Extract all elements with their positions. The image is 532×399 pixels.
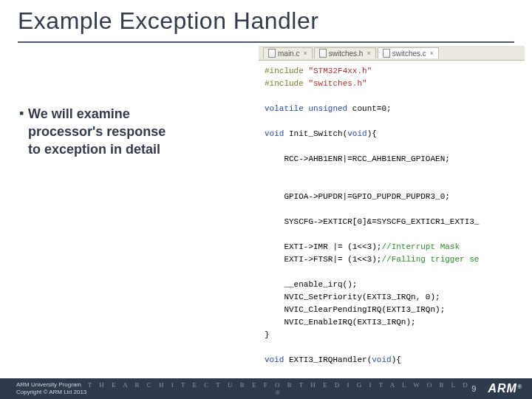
- code-token: ){: [392, 355, 401, 364]
- slide: Example Exception Handler ▪ We will exam…: [0, 0, 532, 399]
- code-token: #include: [265, 66, 308, 75]
- tab-main-c[interactable]: main.c ×: [263, 47, 313, 58]
- code-token: void: [265, 129, 289, 138]
- code-line: SYSCFG->EXTICR[0]&=SYSCFG_EXTICR1_EXTI3_: [265, 217, 479, 226]
- registered-icon: ®: [518, 384, 522, 389]
- footer-line2: Copyright © ARM Ltd 2013: [16, 389, 86, 396]
- footer: ARM University Program Copyright © ARM L…: [0, 378, 532, 399]
- file-icon: [383, 49, 390, 58]
- code-token: EXTI3_IRQHandler(: [289, 355, 372, 364]
- code-panel: main.c × switches.h × switches.c × #incl…: [259, 46, 525, 399]
- editor-tab-strip: main.c × switches.h × switches.c ×: [259, 46, 525, 61]
- code-token: "STM32F4xx.h": [308, 66, 372, 75]
- code-token: #include: [265, 79, 308, 88]
- code-token: void: [265, 355, 289, 364]
- code-line: NVIC_ClearPendingIRQ(EXTI3_IRQn);: [265, 305, 445, 314]
- file-icon: [319, 49, 327, 58]
- code-token: "switches.h": [308, 79, 366, 88]
- code-token: ){: [367, 129, 377, 138]
- slide-title: Example Exception Handler: [18, 7, 318, 35]
- bullet-item: ▪ We will examine processor's response t…: [19, 105, 241, 158]
- code-line: NVIC_SetPriority(EXTI3_IRQn, 0);: [265, 293, 440, 301]
- code-line: __enable_irq();: [265, 280, 357, 289]
- code-line: RCC->AHB1ENR|=RCC_AHB1ENR_GPIOAEN;: [265, 154, 450, 163]
- tab-label: switches.h: [329, 50, 364, 58]
- code-line: NVIC_EnableIRQ(EXTI3_IRQn);: [265, 318, 416, 327]
- close-icon[interactable]: ×: [366, 50, 370, 57]
- code-token: EXTI->FTSR|= (1<<3);: [265, 255, 381, 264]
- tab-label: switches.c: [392, 50, 426, 58]
- code-line: }: [265, 330, 270, 339]
- code-token: Init_Switch(: [289, 129, 347, 138]
- code-token: //Falling trigger se: [381, 255, 479, 264]
- tab-switches-c[interactable]: switches.c ×: [378, 47, 439, 58]
- close-icon[interactable]: ×: [430, 50, 434, 57]
- code-token: count=0;: [352, 104, 392, 113]
- code-token: EXTI->IMR |= (1<<3);: [265, 242, 381, 251]
- bullet-marker: ▪: [19, 105, 28, 121]
- code-body: #include "STM32F4xx.h" #include "switche…: [259, 61, 525, 399]
- tab-label: main.c: [278, 50, 299, 58]
- tab-switches-h[interactable]: switches.h ×: [314, 47, 376, 58]
- file-icon: [268, 49, 276, 58]
- footer-left: ARM University Program Copyright © ARM L…: [0, 381, 86, 396]
- footer-tagline: T H E A R C H I T E C T U R E F O R T H …: [86, 381, 471, 396]
- arm-logo-text: ARM: [488, 382, 516, 395]
- page-number: 9: [471, 384, 476, 393]
- code-line: GPIOA->PUPDR|=GPIO_PUPDR_PUPDR3_0;: [265, 192, 450, 201]
- code-token: void: [347, 129, 366, 138]
- arm-logo: ARM ®: [488, 382, 522, 395]
- footer-line1: ARM University Program: [16, 381, 86, 389]
- bullet-list: ▪ We will examine processor's response t…: [19, 105, 241, 158]
- code-token: void: [372, 355, 391, 364]
- code-token: //Interrupt Mask: [381, 242, 460, 251]
- bullet-text: We will examine processor's response to …: [28, 105, 176, 158]
- close-icon[interactable]: ×: [303, 50, 307, 57]
- code-token: volatile unsigned: [265, 104, 352, 113]
- title-rule: [18, 41, 514, 43]
